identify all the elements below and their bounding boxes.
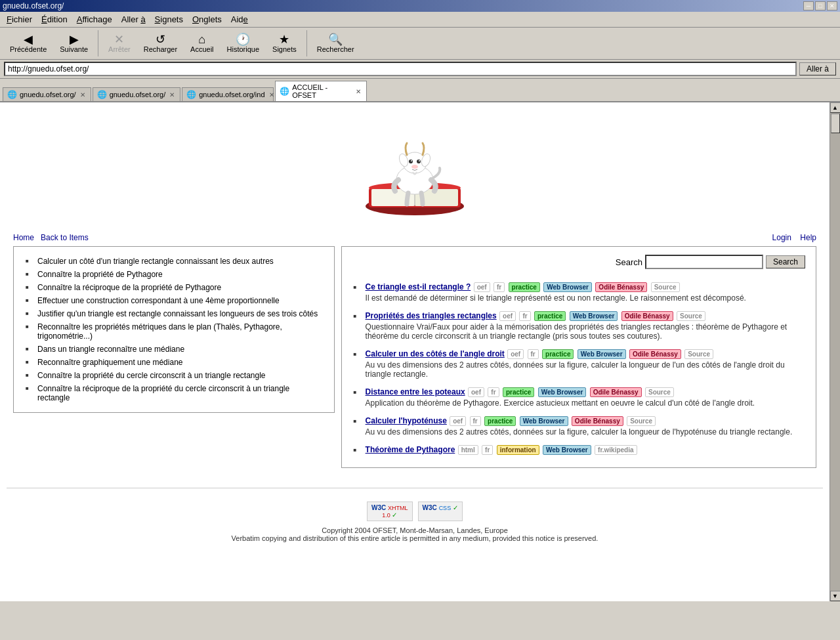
resource-title-2: Propriétés des triangles rectangles oef … (366, 311, 805, 321)
list-item: Connaître la propriété du cercle circons… (24, 369, 324, 382)
back-button[interactable]: ◀ Précédente (4, 31, 52, 56)
footer: W3C XHTML1.0 ✓ W3C CSS ✓ Copyright 2004 … (7, 488, 823, 549)
search-button-right[interactable]: Search (766, 255, 805, 268)
tab-label-4: ACCUEIL - OFSET (292, 83, 352, 99)
tag-source-1: Source (651, 282, 680, 292)
tag-odile-3: Odile Bénassy (629, 349, 681, 359)
svg-point-11 (417, 160, 421, 163)
resource-desc-3: Au vu des dimensions des 2 autres côtés,… (366, 360, 805, 379)
tab-4[interactable]: 🌐 ACCUEIL - OFSET ✕ (275, 81, 367, 101)
objectives-list: Calculer un côté d'un triangle rectangle… (24, 255, 324, 404)
stop-button[interactable]: ✕ Arrêter (102, 31, 136, 56)
resource-title-6: Théorème de Pythagore html fr informatio… (366, 445, 805, 455)
tag-information-6: information (497, 445, 539, 455)
tab-close-1[interactable]: ✕ (80, 91, 85, 98)
toolbar-separator-1 (98, 30, 98, 56)
tag-odile-1: Odile Bénassy (595, 282, 647, 292)
menu-affichage[interactable]: Affichage (73, 13, 116, 26)
main-content: Home Back to Items Login Help Calculer u… (0, 102, 830, 601)
tag-fr-1: fr (494, 282, 505, 292)
forward-icon: ▶ (70, 33, 79, 45)
tag-practice-3: practice (542, 349, 574, 359)
tag-practice-1: practice (509, 282, 540, 292)
back-to-items-link[interactable]: Back to Items (41, 233, 89, 242)
scroll-down-button[interactable]: ▼ (830, 591, 841, 601)
tag-practice-4: practice (503, 387, 534, 397)
resource-desc-2: Questionnaire Vrai/Faux pour aider à la … (366, 322, 805, 341)
menu-onglets[interactable]: Onglets (188, 13, 226, 26)
window-controls[interactable]: ─ □ ✕ (803, 1, 837, 11)
history-button[interactable]: 🕐 Historique (221, 31, 266, 56)
menu-aller[interactable]: Aller à (117, 13, 150, 26)
tag-oef-5: oef (450, 416, 466, 426)
menu-signets[interactable]: Signets (151, 13, 187, 26)
tag-source-3: Source (684, 349, 713, 359)
login-link[interactable]: Login (772, 233, 791, 242)
bookmarks-button[interactable]: ★ Signets (266, 31, 303, 56)
tab-close-4[interactable]: ✕ (356, 88, 361, 95)
help-link[interactable]: Help (800, 233, 816, 242)
reload-icon: ↺ (156, 33, 165, 45)
resource-item-2: Propriétés des triangles rectangles oef … (352, 307, 805, 345)
scroll-thumb[interactable] (831, 114, 840, 133)
toolbar-separator-2 (306, 30, 307, 56)
tag-fr-6: fr (482, 445, 493, 455)
close-button[interactable]: ✕ (827, 1, 837, 11)
reload-button[interactable]: ↺ Recharger (138, 31, 183, 56)
resource-item-1: Ce triangle est-il rectangle ? oef fr pr… (352, 278, 805, 307)
menu-edition[interactable]: Édition (37, 13, 72, 26)
resource-link-4[interactable]: Distance entre les poteaux (366, 387, 465, 396)
tag-odile-4: Odile Bénassy (590, 387, 642, 397)
tag-fr-4: fr (488, 387, 499, 397)
license-text: Verbatim copying and distribution of thi… (7, 534, 823, 542)
window-title: gnuedu.ofset.org/ (3, 1, 64, 11)
resource-title-4: Distance entre les poteaux oef fr practi… (366, 387, 805, 397)
minimize-button[interactable]: ─ (803, 1, 814, 11)
tab-close-3[interactable]: ✕ (269, 91, 274, 98)
home-icon: ⌂ (198, 33, 205, 45)
resource-link-1[interactable]: Ce triangle est-il rectangle ? (366, 282, 471, 291)
list-item: Connaître la propriété de Pythagore (24, 268, 324, 281)
tab-close-2[interactable]: ✕ (169, 91, 175, 98)
page-body: Home Back to Items Login Help Calculer u… (0, 102, 830, 555)
scroll-track[interactable] (830, 113, 841, 591)
forward-button[interactable]: ▶ Suivante (54, 31, 94, 56)
scrollbar[interactable]: ▲ ▼ (830, 102, 840, 601)
tab-3[interactable]: 🌐 gnuedu.ofset.org/ind ✕ (182, 87, 274, 101)
svg-point-13 (419, 160, 420, 161)
tag-practice-2: practice (534, 311, 566, 321)
search-input[interactable] (645, 255, 763, 269)
maximize-button[interactable]: □ (815, 1, 826, 11)
resource-link-5[interactable]: Calculer l'hypoténuse (366, 416, 447, 425)
tab-1[interactable]: 🌐 gnuedu.ofset.org/ ✕ (3, 87, 91, 101)
search-label: Search (616, 257, 642, 267)
tag-web-browser-6: Web Browser (543, 445, 591, 455)
content-layout: Calculer un côté d'un triangle rectangle… (7, 246, 823, 481)
address-bar: Aller à (0, 60, 840, 79)
copyright-text: Copyright 2004 OFSET, Mont-de-Marsan, La… (7, 526, 823, 534)
list-item: Justifier qu'un triangle est rectangle c… (24, 307, 324, 320)
svg-point-12 (411, 160, 412, 161)
svg-point-14 (411, 165, 418, 169)
tag-web-browser-5: Web Browser (520, 416, 568, 426)
tag-source-2: Source (677, 311, 705, 321)
address-input[interactable] (4, 62, 797, 76)
go-button[interactable]: Aller à (799, 62, 836, 75)
resource-link-6[interactable]: Théorème de Pythagore (366, 445, 455, 454)
tag-web-browser-4: Web Browser (538, 387, 587, 397)
search-button[interactable]: 🔍 Rechercher (311, 31, 360, 56)
menu-fichier[interactable]: Fichier (3, 13, 36, 26)
tab-label-1: gnuedu.ofset.org/ (20, 91, 76, 98)
tab-2[interactable]: 🌐 gnuedu.ofset.org/ ✕ (93, 87, 181, 101)
home-button[interactable]: ⌂ Accueil (184, 31, 219, 56)
resource-link-3[interactable]: Calculer un des côtés de l'angle droit (366, 349, 505, 358)
list-item: Dans un triangle reconnaître une médiane (24, 343, 324, 356)
tag-html-6: html (458, 445, 478, 455)
resource-list: Ce triangle est-il rectangle ? oef fr pr… (352, 278, 805, 459)
resource-link-2[interactable]: Propriétés des triangles rectangles (366, 311, 497, 320)
tag-web-browser-3: Web Browser (578, 349, 626, 359)
list-item: Effectuer une construction correspondant… (24, 294, 324, 307)
home-link[interactable]: Home (13, 233, 34, 242)
scroll-up-button[interactable]: ▲ (830, 102, 841, 113)
menu-aide[interactable]: Aide (227, 13, 252, 26)
